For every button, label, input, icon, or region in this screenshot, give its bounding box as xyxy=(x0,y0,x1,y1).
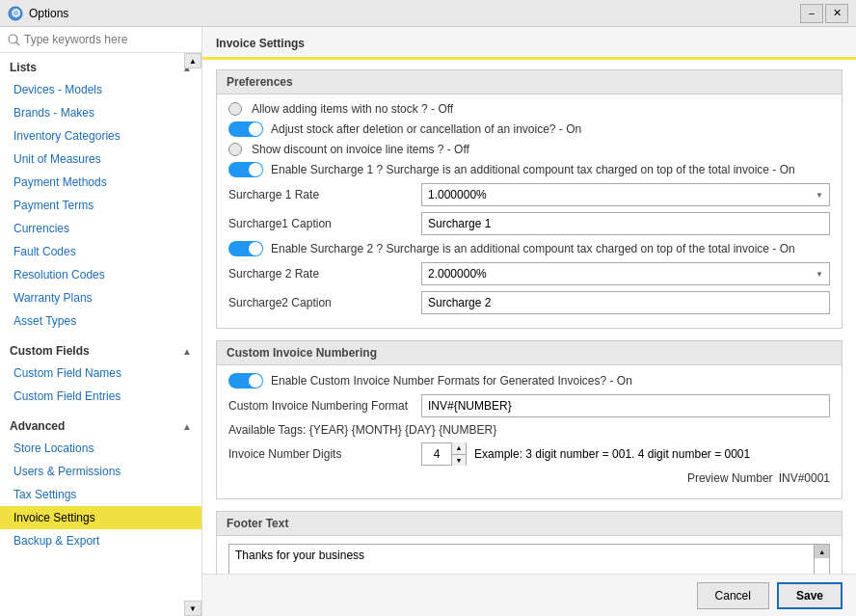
sidebar-item-asset-types[interactable]: Asset Types xyxy=(0,309,201,333)
preview-value: INV#0001 xyxy=(779,471,830,485)
toggle-surcharge1[interactable] xyxy=(228,162,263,177)
sidebar-item-warranty-plans[interactable]: Warranty Plans xyxy=(0,286,201,309)
toggle-custom-numbering-knob xyxy=(249,374,262,388)
pref-label-surcharge2-toggle: Enable Surcharge 2 ? Surcharge is an add… xyxy=(271,242,795,255)
scroll-up-button[interactable]: ▲ xyxy=(184,53,201,68)
surcharge1-rate-value: 1.000000% xyxy=(428,188,487,201)
minimize-button[interactable]: − xyxy=(800,4,823,23)
toggle-surcharge2[interactable] xyxy=(228,241,263,256)
sidebar-item-resolution-codes[interactable]: Resolution Codes xyxy=(0,263,201,286)
footer-textarea[interactable]: Thanks for your business xyxy=(228,544,815,574)
sidebar-item-unit-of-measures[interactable]: Unit of Measures xyxy=(0,147,201,171)
sidebar-content: ▲ ▼ Lists ▲ Devices - Models Brands - Ma… xyxy=(0,53,201,616)
sidebar-item-store-locations[interactable]: Store Locations xyxy=(0,437,201,460)
pref-row-custom-numbering-toggle: Enable Custom Invoice Number Formats for… xyxy=(228,373,830,388)
toggle-surcharge2-knob xyxy=(249,242,262,255)
footer-textarea-wrap: Thanks for your business ▲ ▼ xyxy=(228,544,830,574)
digits-row: Invoice Number Digits ▲ ▼ Example: 3 dig… xyxy=(228,442,830,466)
sidebar-item-currencies[interactable]: Currencies xyxy=(0,217,201,240)
app-body: ▲ ▼ Lists ▲ Devices - Models Brands - Ma… xyxy=(0,27,856,616)
surcharge2-rate-arrow: ▼ xyxy=(816,270,823,279)
surcharge2-rate-dropdown[interactable]: 2.000000% ▼ xyxy=(421,262,830,285)
lists-section: Lists ▲ Devices - Models Brands - Makes … xyxy=(0,53,201,336)
sidebar-item-users-permissions[interactable]: Users & Permissions xyxy=(0,460,201,483)
surcharge1-rate-label: Surcharge 1 Rate xyxy=(228,188,421,201)
surcharge1-rate-row: Surcharge 1 Rate 1.000000% ▼ xyxy=(228,183,830,206)
tags-label: Available Tags: xyxy=(228,423,306,437)
tags-values: {YEAR} {MONTH} {DAY} {NUMBER} xyxy=(309,423,497,437)
app-icon: ⚙ xyxy=(8,6,23,21)
spinner-up-button[interactable]: ▲ xyxy=(452,442,466,455)
sidebar-item-payment-methods[interactable]: Payment Methods xyxy=(0,171,201,194)
sidebar-item-backup-export[interactable]: Backup & Export xyxy=(0,529,201,552)
sidebar-item-fault-codes[interactable]: Fault Codes xyxy=(0,240,201,263)
svg-point-2 xyxy=(9,35,17,43)
pref-label-surcharge1-toggle: Enable Surcharge 1 ? Surcharge is an add… xyxy=(271,163,795,176)
preferences-body: Allow adding items with no stock ? - Off… xyxy=(217,94,842,328)
sidebar-search-bar[interactable] xyxy=(0,27,201,53)
save-button[interactable]: Save xyxy=(777,582,843,609)
title-bar: ⚙ Options − ✕ xyxy=(0,0,856,27)
preferences-block: Preferences Allow adding items with no s… xyxy=(216,69,843,329)
surcharge1-rate-arrow: ▼ xyxy=(816,191,823,200)
sidebar-item-tax-settings[interactable]: Tax Settings xyxy=(0,483,201,506)
preview-label: Preview Number xyxy=(687,471,773,485)
custom-fields-section-header[interactable]: Custom Fields ▲ xyxy=(0,340,201,362)
digits-spinner-wrap: ▲ ▼ Example: 3 digit number = 001. 4 dig… xyxy=(421,442,750,466)
custom-numbering-body: Enable Custom Invoice Number Formats for… xyxy=(217,365,842,498)
tags-row: Available Tags: {YEAR} {MONTH} {DAY} {NU… xyxy=(228,423,830,437)
svg-text:⚙: ⚙ xyxy=(11,7,21,20)
surcharge2-rate-row: Surcharge 2 Rate 2.000000% ▼ xyxy=(228,262,830,285)
scroll-down-button[interactable]: ▼ xyxy=(184,601,201,616)
advanced-label: Advanced xyxy=(10,419,65,433)
sidebar-item-custom-field-entries[interactable]: Custom Field Entries xyxy=(0,385,201,408)
surcharge2-caption-label: Surcharge2 Caption xyxy=(228,296,421,309)
footer-scroll-up[interactable]: ▲ xyxy=(815,545,829,558)
format-row: Custom Invoice Numbering Format xyxy=(228,394,830,417)
surcharge1-caption-row: Surcharge1 Caption xyxy=(228,212,830,235)
svg-line-3 xyxy=(16,42,19,45)
surcharge2-rate-label: Surcharge 2 Rate xyxy=(228,267,421,281)
digits-spinner: ▲ ▼ xyxy=(421,442,467,466)
custom-numbering-header: Custom Invoice Numbering xyxy=(217,341,842,365)
close-button[interactable]: ✕ xyxy=(825,4,848,23)
surcharge2-rate-value: 2.000000% xyxy=(428,267,487,281)
sidebar-item-inventory-categories[interactable]: Inventory Categories xyxy=(0,124,201,147)
toggle-surcharge1-knob xyxy=(249,163,262,176)
surcharge1-rate-dropdown[interactable]: 1.000000% ▼ xyxy=(421,183,830,206)
sidebar-item-brands-makes[interactable]: Brands - Makes xyxy=(0,101,201,124)
search-input[interactable] xyxy=(24,33,194,46)
toggle-custom-numbering[interactable] xyxy=(228,373,263,388)
spinner-down-button[interactable]: ▼ xyxy=(452,455,466,467)
cancel-button[interactable]: Cancel xyxy=(697,582,769,609)
content-body: Preferences Allow adding items with no s… xyxy=(202,60,856,574)
surcharge2-caption-input[interactable] xyxy=(421,291,830,314)
sidebar-item-custom-field-names[interactable]: Custom Field Names xyxy=(0,362,201,385)
digits-example: Example: 3 digit number = 001. 4 digit n… xyxy=(474,447,750,461)
footer-scroll-track xyxy=(815,558,829,574)
search-icon xyxy=(8,34,20,46)
toggle-adjust-stock[interactable] xyxy=(228,121,263,137)
advanced-section-header[interactable]: Advanced ▲ xyxy=(0,415,201,437)
sidebar-item-invoice-settings[interactable]: Invoice Settings xyxy=(0,506,201,529)
pref-label-custom-numbering-toggle: Enable Custom Invoice Number Formats for… xyxy=(271,374,632,388)
format-input[interactable] xyxy=(421,394,830,417)
custom-fields-section: Custom Fields ▲ Custom Field Names Custo… xyxy=(0,336,201,412)
title-bar-label: Options xyxy=(29,7,68,20)
footer-text-header: Footer Text xyxy=(217,512,842,536)
pref-row-no-stock: Allow adding items with no stock ? - Off xyxy=(228,102,830,116)
preferences-header: Preferences xyxy=(217,70,842,94)
sidebar-item-devices-models[interactable]: Devices - Models xyxy=(0,78,201,101)
surcharge1-caption-input[interactable] xyxy=(421,212,830,235)
surcharge1-caption-label: Surcharge1 Caption xyxy=(228,217,421,230)
footer-text-block: Footer Text Thanks for your business ▲ ▼ xyxy=(216,511,843,574)
radio-no-stock[interactable] xyxy=(228,102,242,116)
custom-fields-label: Custom Fields xyxy=(10,344,90,358)
digits-input[interactable] xyxy=(422,443,451,465)
radio-show-discount[interactable] xyxy=(228,143,242,156)
footer-scrollbar: ▲ ▼ xyxy=(815,544,830,574)
custom-numbering-block: Custom Invoice Numbering Enable Custom I… xyxy=(216,340,843,499)
lists-section-header[interactable]: Lists ▲ xyxy=(0,57,201,78)
sidebar-item-payment-terms[interactable]: Payment Terms xyxy=(0,194,201,217)
title-bar-left: ⚙ Options xyxy=(8,6,68,21)
